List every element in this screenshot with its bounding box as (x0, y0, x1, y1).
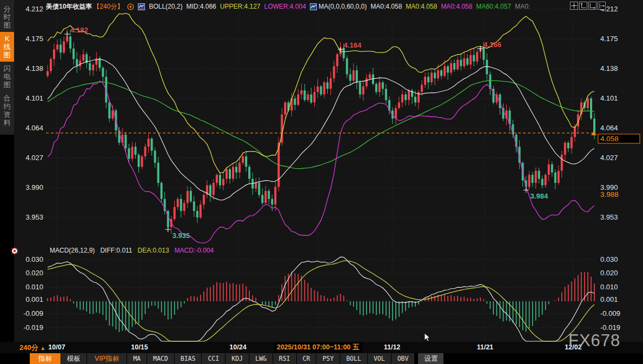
toolbar-item-指标[interactable]: 指标 (30, 353, 61, 364)
svg-text:4.027: 4.027 (25, 154, 43, 162)
svg-text:3.984: 3.984 (531, 192, 548, 200)
svg-text:4.166: 4.166 (483, 41, 501, 49)
svg-text:0.020: 0.020 (25, 269, 43, 277)
date-tick: 11/12 (384, 343, 401, 351)
svg-text:4.175: 4.175 (25, 35, 43, 43)
date-tick: 11/21 (477, 343, 494, 351)
chart-toolbar-icons (570, 2, 606, 10)
toolbar-item-MA[interactable]: MA (127, 353, 147, 364)
svg-text:3.990: 3.990 (25, 183, 43, 191)
ma0-yellow-value: MA0:4.058 (406, 3, 437, 10)
trading-app: 分时图 K线图 闪电图 合约资料 4.1823.9354.1644.1663.9… (0, 0, 643, 364)
ma0-empty-value: MA0: (515, 3, 530, 10)
axis-zoom-up-icon[interactable] (579, 2, 587, 10)
date-tick: 10/07 (48, 343, 65, 351)
focused-bar-timestamp: 2025/10/31 07:00~11:00 五 (274, 342, 363, 353)
sidebar-item-flash-chart[interactable]: 闪电图 (0, 62, 14, 91)
macd-panel (48, 257, 594, 341)
sidebar-item-label: K线图 (3, 35, 11, 59)
collapse-panel-icon[interactable] (598, 2, 606, 10)
svg-text:-0.009: -0.009 (23, 309, 43, 317)
svg-text:0.001: 0.001 (600, 295, 618, 303)
svg-text:4.175: 4.175 (600, 35, 618, 43)
pan-icon[interactable] (570, 2, 578, 10)
sidebar-item-label: 分时图 (3, 5, 11, 29)
svg-text:4.138: 4.138 (25, 64, 43, 72)
sidebar-item-label: 合约资料 (3, 94, 11, 127)
macd-diff-value: DIFF:0.011 (100, 247, 132, 254)
date-tick: 10/24 (229, 343, 246, 351)
time-axis: 240分 ▲ 2025/10/31 07:00~11:00 五 10/0710/… (0, 342, 643, 353)
boll-mid-value: MID:4.066 (186, 3, 216, 10)
toolbar-item-PSY[interactable]: PSY (316, 353, 340, 364)
toolbar-item-设置[interactable]: 设置 (418, 353, 444, 364)
svg-text:0.001: 0.001 (25, 295, 43, 303)
axis-zoom-right-icon[interactable] (588, 2, 596, 10)
svg-text:-0.009: -0.009 (600, 309, 620, 317)
toolbar-item-VOL[interactable]: VOL (368, 353, 392, 364)
svg-text:4.138: 4.138 (600, 64, 618, 72)
macd-value: MACD:-0.004 (175, 247, 214, 254)
boll-indicator-icon[interactable] (138, 3, 145, 10)
toolbar-item-VIP指标[interactable]: VIP指标 (87, 353, 127, 364)
svg-text:4.064: 4.064 (600, 124, 618, 132)
svg-text:4.064: 4.064 (25, 124, 43, 132)
toolbar-item-BOLL[interactable]: BOLL (340, 353, 368, 364)
alert-icon[interactable] (10, 246, 19, 256)
svg-text:4.058: 4.058 (600, 135, 619, 143)
macd-label: MACD(26,12,9) (50, 247, 95, 254)
svg-text:4.164: 4.164 (344, 41, 362, 49)
svg-text:0.020: 0.020 (600, 269, 618, 277)
macd-legend: MACD(26,12,9) DIFF:0.011 DEA:0.013 MACD:… (50, 247, 214, 254)
ma60-value: MA60:4.057 (476, 3, 511, 10)
toolbar-item-KDJ[interactable]: KDJ (226, 353, 249, 364)
sidebar-tabs: 分时图 K线图 闪电图 合约资料 (0, 0, 14, 135)
sidebar-item-label: 闪电图 (3, 64, 11, 89)
svg-text:4.101: 4.101 (25, 94, 43, 102)
watermark: FX678 (568, 331, 620, 350)
svg-text:-0.019: -0.019 (600, 323, 620, 332)
toolbar-item-CCI[interactable]: CCI (202, 353, 226, 364)
toolbar-item-CR[interactable]: CR (297, 353, 317, 364)
svg-text:0.030: 0.030 (600, 255, 618, 263)
toolbar-item-MACD[interactable]: MACD (147, 353, 175, 364)
date-tick: 10/15 (131, 343, 148, 351)
toolbar-item-模板[interactable]: 模板 (61, 353, 87, 364)
toolbar-item-RSI[interactable]: RSI (273, 353, 297, 364)
svg-text:3.953: 3.953 (25, 213, 43, 221)
period-selector-label: 240分 (19, 343, 38, 352)
toolbar-item-BIAS[interactable]: BIAS (175, 353, 202, 364)
period-selector-button[interactable]: 240分 ▲ (19, 343, 45, 353)
sidebar-item-contract-info[interactable]: 合约资料 (0, 91, 14, 129)
ma-indicator-icon[interactable] (310, 3, 317, 10)
macd-dea-value: DEA:0.013 (138, 247, 169, 254)
chart-legend: 美债10年收益率【240分】 BOLL(20,2) MID:4.066 UPPE… (46, 2, 530, 11)
svg-text:3.935: 3.935 (173, 231, 190, 240)
triangle-up-icon: ▲ (40, 345, 45, 351)
ma0-white-value: MA0:4.058 (370, 3, 402, 10)
boll-upper-value: UPPER:4.127 (220, 3, 261, 10)
indicator-toolbar: 指标模板VIP指标MAMACDBIASCCIKDJLW&RSICRPSYBOLL… (14, 353, 643, 364)
symbol-title: 美债10年收益率 (46, 2, 92, 11)
svg-text:0.030: 0.030 (25, 255, 43, 263)
ma-label: MA(0,0,0,60,0,0) (319, 3, 367, 10)
candles (47, 29, 595, 234)
svg-text:4.182: 4.182 (70, 26, 88, 34)
axis-labels: 4.2124.2124.1754.1754.1384.1384.1014.101… (23, 5, 620, 332)
price-chart[interactable]: 4.1823.9354.1644.1663.9844.2124.2124.175… (14, 0, 643, 342)
svg-text:4.212: 4.212 (25, 5, 43, 13)
svg-text:4.027: 4.027 (600, 154, 618, 162)
svg-text:0.010: 0.010 (25, 283, 43, 291)
boll-lower-line (48, 81, 594, 243)
sidebar-item-time-chart[interactable]: 分时图 (0, 2, 14, 32)
toolbar-item-OBV[interactable]: OBV (392, 353, 415, 364)
sidebar-item-kline-chart[interactable]: K线图 (0, 32, 14, 62)
sidebar: 分时图 K线图 闪电图 合约资料 (0, 0, 14, 364)
session-low-label: 3.988 (600, 190, 619, 198)
period-label: 【240分】 (93, 2, 123, 11)
expand-icon[interactable] (127, 3, 134, 10)
gridlines (46, 9, 596, 341)
ma0-magenta-value: MA0:4.058 (441, 3, 472, 10)
boll-lower-value: LOWER:4.004 (264, 3, 306, 10)
toolbar-item-LW&[interactable]: LW& (249, 353, 273, 364)
